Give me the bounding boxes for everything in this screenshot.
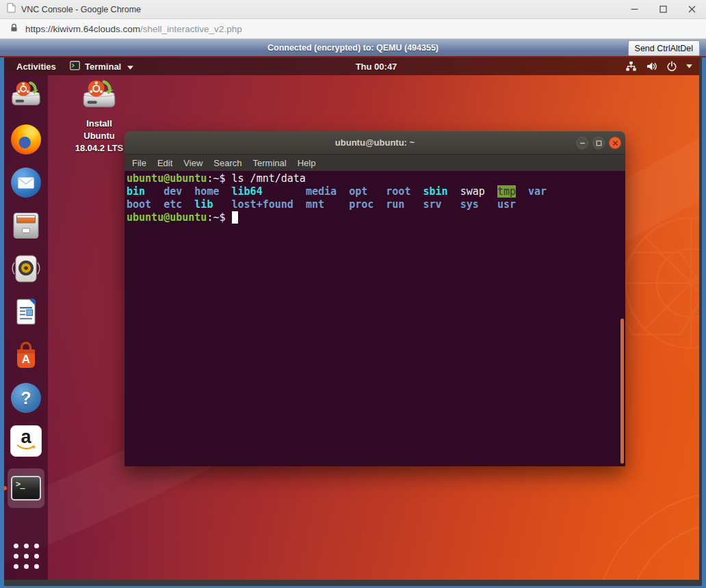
close-icon[interactable]	[677, 0, 706, 18]
chevron-down-icon	[127, 62, 133, 72]
help-icon: ?	[11, 383, 41, 413]
close-icon[interactable]	[609, 137, 621, 149]
ubuntu-desktop[interactable]: Activities Terminal Thu 00:47	[4, 57, 699, 580]
menu-file[interactable]: File	[129, 158, 150, 168]
maximize-icon[interactable]	[592, 137, 605, 149]
terminal-window-controls	[576, 137, 621, 149]
rhythmbox-icon	[11, 254, 41, 284]
dock-item-rhythmbox[interactable]	[10, 253, 42, 284]
url-domain: https://kiwivm.64clouds.com	[25, 24, 140, 34]
install-ubuntu-icon	[81, 79, 117, 115]
terminal-window: ubuntu@ubuntu: ~ File Edit View Search T…	[125, 131, 625, 466]
maximize-icon[interactable]	[649, 0, 677, 18]
dock-item-amazon[interactable]: a	[10, 425, 42, 457]
page-icon	[7, 3, 16, 16]
files-icon	[11, 211, 41, 241]
terminal-menubar: File Edit View Search Terminal Help	[125, 155, 625, 171]
dock-item-files[interactable]	[10, 210, 42, 241]
url-bar[interactable]: https://kiwivm.64clouds.com/shell_intera…	[0, 19, 706, 39]
gnome-top-bar: Activities Terminal Thu 00:47	[4, 57, 699, 75]
amazon-icon: a	[10, 425, 42, 457]
dock-item-thunderbird[interactable]	[10, 167, 42, 198]
desktop-icon-install-ubuntu[interactable]: Install Ubuntu 18.04.2 LTS	[71, 79, 127, 155]
window-controls	[620, 0, 706, 18]
dock-item-terminal[interactable]: >_	[8, 468, 44, 508]
install-ubuntu-icon	[10, 81, 42, 112]
software-letter: A	[11, 353, 41, 366]
browser-titlebar: VNC Console - Google Chrome	[0, 0, 706, 19]
network-wired-icon	[625, 61, 637, 72]
terminal-output: ubuntu@ubuntu:~$ ls /mnt/databin dev hom…	[127, 172, 620, 224]
terminal-line: ubuntu@ubuntu:~$	[127, 211, 620, 224]
minimize-icon[interactable]	[576, 137, 588, 149]
amazon-letter: a	[21, 430, 31, 444]
terminal-prompt-glyph: >_	[16, 479, 24, 489]
minimize-icon[interactable]	[620, 0, 649, 18]
url-text: https://kiwivm.64clouds.com/shell_intera…	[25, 24, 242, 34]
dock-item-libreoffice-writer[interactable]	[10, 296, 42, 328]
dock-item-ubuntu-software[interactable]: A	[10, 339, 42, 371]
dock-item-help[interactable]: ?	[10, 382, 42, 414]
window-title: VNC Console - Google Chrome	[21, 5, 141, 14]
volume-icon	[646, 61, 657, 72]
power-icon	[666, 61, 677, 72]
send-ctrlaltdel-button[interactable]: Send CtrlAltDel	[628, 40, 700, 56]
activities-button[interactable]: Activities	[12, 57, 60, 75]
app-menu-terminal[interactable]: Terminal	[70, 57, 133, 75]
desktop-icon-label: Install Ubuntu 18.04.2 LTS	[71, 118, 127, 155]
menu-terminal[interactable]: Terminal	[250, 158, 290, 168]
terminal-mini-icon	[70, 61, 80, 72]
menu-view[interactable]: View	[180, 158, 206, 168]
chevron-down-icon	[686, 64, 692, 68]
dock-item-install-ubuntu[interactable]	[10, 81, 42, 112]
terminal-window-title: ubuntu@ubuntu: ~	[125, 131, 625, 154]
terminal-line: ubuntu@ubuntu:~$ ls /mnt/data	[127, 172, 620, 185]
url-path: /shell_interactive_v2.php	[140, 24, 242, 34]
menu-help[interactable]: Help	[294, 158, 319, 168]
lock-icon	[10, 23, 18, 36]
menu-edit[interactable]: Edit	[154, 158, 176, 168]
show-applications-button[interactable]	[14, 544, 39, 569]
vnc-console-page: { "browser": { "title": "VNC Console - G…	[0, 0, 706, 588]
terminal-cursor	[232, 211, 238, 224]
ubuntu-software-icon: A	[11, 340, 41, 370]
help-question-mark: ?	[21, 388, 31, 408]
running-indicator-dot	[4, 486, 7, 490]
vnc-status-text: Connected (encrypted) to: QEMU (494355)	[267, 43, 439, 53]
clock[interactable]: Thu 00:47	[356, 57, 397, 75]
dock-item-firefox[interactable]	[10, 124, 42, 155]
terminal-scrollbar[interactable]	[620, 319, 624, 464]
terminal-body[interactable]: ubuntu@ubuntu:~$ ls /mnt/databin dev hom…	[125, 171, 625, 466]
vnc-canvas-frame: Activities Terminal Thu 00:47	[0, 57, 706, 588]
terminal-icon: >_	[11, 476, 41, 500]
terminal-line: bin dev home lib64 media opt root sbin s…	[127, 185, 620, 198]
system-tray[interactable]	[625, 57, 692, 75]
thunderbird-icon	[11, 168, 41, 198]
terminal-titlebar[interactable]: ubuntu@ubuntu: ~	[125, 131, 625, 155]
menu-search[interactable]: Search	[210, 158, 245, 168]
vnc-status-bar: Connected (encrypted) to: QEMU (494355) …	[0, 39, 706, 57]
libreoffice-writer-icon	[11, 297, 41, 327]
terminal-line: boot etc lib lost+found mnt proc run srv…	[127, 198, 620, 211]
firefox-icon	[11, 124, 41, 155]
app-menu-label: Terminal	[85, 62, 121, 72]
dock: A ? a >_	[4, 75, 48, 580]
